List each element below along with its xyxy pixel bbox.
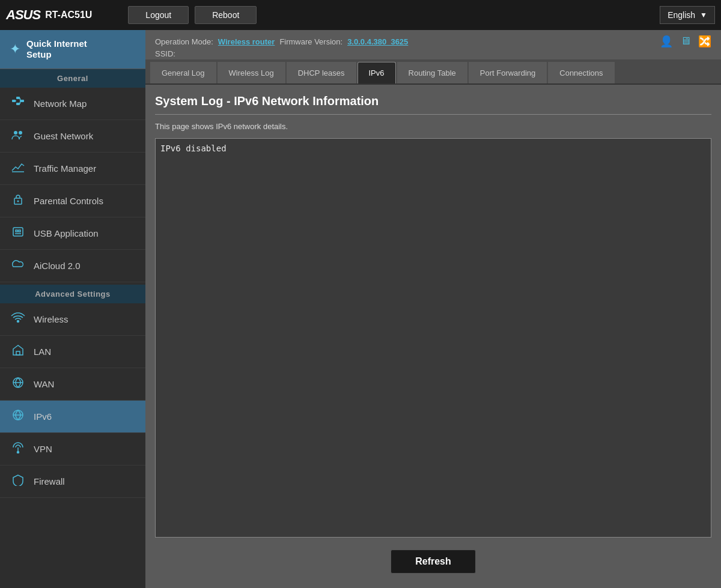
top-bar: ASUS RT-AC51U Logout Reboot English ▼: [0, 0, 721, 30]
sidebar-item-label: Parental Controls: [34, 196, 103, 206]
sidebar-item-wireless[interactable]: Wireless: [0, 303, 145, 336]
ipv6-icon: [10, 409, 26, 424]
info-bar: Operation Mode: Wireless router Firmware…: [145, 30, 721, 59]
aicloud-icon: [10, 258, 26, 273]
parental-controls-icon: [10, 193, 26, 208]
sidebar-item-label: Network Map: [34, 99, 87, 109]
svg-point-23: [17, 452, 19, 453]
sidebar-item-aicloud[interactable]: AiCloud 2.0: [0, 250, 145, 282]
svg-point-16: [17, 321, 19, 323]
quick-setup-label: Quick InternetSetup: [26, 38, 87, 60]
wireless-icon: [10, 312, 26, 327]
sidebar-item-label: Firewall: [34, 476, 65, 486]
svg-point-7: [14, 131, 17, 135]
op-mode-label: Operation Mode:: [155, 37, 213, 46]
refresh-button[interactable]: Refresh: [391, 550, 476, 574]
log-content-area[interactable]: [156, 139, 711, 537]
logout-button[interactable]: Logout: [128, 6, 189, 24]
svg-rect-2: [16, 103, 20, 105]
sidebar-item-label: Traffic Manager: [34, 163, 96, 174]
network-map-icon: [10, 96, 26, 111]
sidebar-item-usb-application[interactable]: USB Application: [0, 217, 145, 250]
tabs-bar: General Log Wireless Log DHCP leases IPv…: [145, 59, 721, 85]
svg-rect-0: [12, 100, 16, 102]
logo-area: ASUS RT-AC51U: [6, 7, 92, 23]
sidebar-item-guest-network[interactable]: Guest Network: [0, 120, 145, 153]
sidebar-item-label: Guest Network: [34, 131, 93, 141]
top-buttons: Logout Reboot: [128, 6, 257, 24]
tab-port-forwarding[interactable]: Port Forwarding: [469, 62, 547, 83]
tab-routing-table[interactable]: Routing Table: [397, 62, 467, 83]
info-bar-row-1: Operation Mode: Wireless router Firmware…: [155, 35, 711, 48]
sidebar-item-label: WAN: [34, 379, 54, 389]
traffic-manager-icon: [10, 161, 26, 176]
svg-rect-13: [16, 230, 17, 232]
sidebar-item-network-map[interactable]: Network Map: [0, 88, 145, 120]
refresh-row: Refresh: [155, 545, 711, 578]
content-area: Operation Mode: Wireless router Firmware…: [145, 30, 721, 588]
sidebar-item-vpn[interactable]: VPN: [0, 433, 145, 465]
svg-rect-12: [13, 228, 23, 236]
svg-point-8: [19, 131, 22, 135]
router-icon[interactable]: 🖥: [680, 35, 691, 48]
main-panel: System Log - IPv6 Network Information Th…: [145, 85, 721, 588]
advanced-settings-header: Advanced Settings: [0, 285, 145, 303]
svg-line-5: [20, 98, 20, 101]
language-selector[interactable]: English ▼: [660, 6, 715, 24]
reboot-button[interactable]: Reboot: [195, 6, 257, 24]
fw-label: Firmware Version:: [279, 37, 342, 46]
sidebar-item-firewall[interactable]: Firewall: [0, 465, 145, 498]
info-icons: 👤 🖥 🔀: [660, 35, 711, 48]
tab-wireless-log[interactable]: Wireless Log: [218, 62, 285, 83]
network-icon[interactable]: 🔀: [698, 35, 711, 48]
sidebar-item-traffic-manager[interactable]: Traffic Manager: [0, 153, 145, 185]
tab-dhcp-leases[interactable]: DHCP leases: [287, 62, 356, 83]
guest-network-icon: [10, 129, 26, 144]
sidebar-item-label: AiCloud 2.0: [34, 261, 81, 271]
sidebar-item-label: USB Application: [34, 228, 99, 238]
usb-application-icon: [10, 226, 26, 241]
language-label: English: [668, 10, 695, 20]
svg-rect-14: [19, 230, 20, 232]
svg-rect-1: [16, 97, 20, 99]
svg-rect-17: [16, 351, 20, 355]
sidebar-item-label: LAN: [34, 347, 51, 357]
tab-ipv6[interactable]: IPv6: [357, 62, 396, 83]
tab-general-log[interactable]: General Log: [150, 62, 216, 83]
info-bar-row-2: SSID:: [155, 49, 711, 58]
model-name: RT-AC51U: [45, 10, 92, 20]
quick-internet-setup-button[interactable]: ✦ Quick InternetSetup: [0, 30, 145, 69]
ssid-label: SSID:: [155, 49, 175, 58]
quick-setup-icon: ✦: [10, 41, 20, 57]
lan-icon: [10, 344, 26, 359]
sidebar-item-parental-controls[interactable]: Parental Controls: [0, 185, 145, 217]
asus-logo: ASUS: [6, 7, 40, 23]
svg-point-11: [17, 201, 19, 202]
main-layout: ✦ Quick InternetSetup General Network Ma…: [0, 30, 721, 588]
user-icon[interactable]: 👤: [660, 35, 673, 48]
log-box-container: [155, 138, 711, 538]
sidebar-item-lan[interactable]: LAN: [0, 336, 145, 368]
sidebar-item-label: Wireless: [34, 314, 68, 324]
firewall-icon: [10, 474, 26, 489]
sidebar: ✦ Quick InternetSetup General Network Ma…: [0, 30, 145, 588]
sidebar-item-label: IPv6: [34, 411, 52, 422]
svg-rect-3: [20, 100, 24, 102]
panel-description: This page shows IPv6 network details.: [155, 122, 711, 131]
sidebar-item-wan[interactable]: WAN: [0, 368, 145, 401]
chevron-down-icon: ▼: [700, 11, 707, 19]
vpn-icon: [10, 441, 26, 456]
fw-value: 3.0.0.4.380_3625: [347, 37, 408, 46]
panel-title: System Log - IPv6 Network Information: [155, 94, 711, 115]
sidebar-item-ipv6[interactable]: IPv6: [0, 401, 145, 433]
tab-connections[interactable]: Connections: [548, 62, 614, 83]
op-mode-value: Wireless router: [218, 37, 275, 46]
wan-icon: [10, 377, 26, 392]
general-section-header: General: [0, 69, 145, 88]
sidebar-item-label: VPN: [34, 444, 52, 454]
svg-line-6: [20, 101, 20, 104]
